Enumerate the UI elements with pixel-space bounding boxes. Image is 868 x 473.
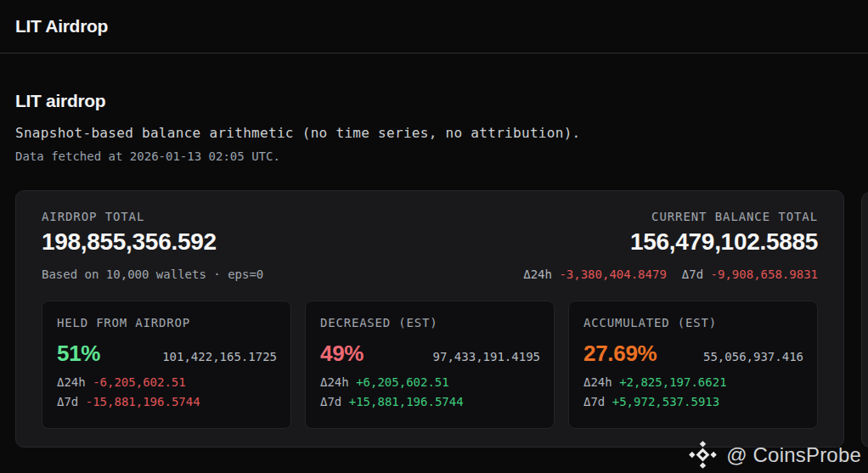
current-balance-label: CURRENT BALANCE TOTAL [523,210,818,223]
decreased-delta-24h: Δ24h +6,205,602.51 [320,375,540,389]
current-balance-deltas: Δ24h -3,380,404.8479Δ7d -9,908,658.9831 [523,267,818,281]
delta-7d-label: Δ7d [583,395,605,408]
data-fetched-timestamp: Data fetched at 2026-01-13 02:05 UTC. [15,149,280,163]
current-balance-block: CURRENT BALANCE TOTAL 156,479,102.5885 Δ… [523,210,818,281]
credit-text: @ CoinsProbe [726,443,861,467]
watermark: @ CoinsProbe [687,439,861,470]
delta-7d-label: Δ7d [320,395,341,408]
delta-7d-value: -9,908,658.9831 [711,267,818,281]
airdrop-total-note: Based on 10,000 wallets · eps=0 [42,267,263,281]
delta-24h-label: Δ24h [57,375,86,389]
decreased-delta-7d: Δ7d +15,881,196.5744 [320,395,540,408]
current-balance-value: 156,479,102.5885 [523,229,818,255]
lit-airdrop-dashboard: LIT Airdrop LIT airdrop Snapshot-based b… [0,0,868,473]
airdrop-total-label: AIRDROP TOTAL [42,210,263,223]
held-amount: 101,422,165.1725 [162,350,277,363]
decreased-amount: 97,433,191.4195 [433,350,540,363]
delta-24h-value: +6,205,602.51 [356,375,449,389]
page-title: LIT Airdrop [15,16,108,37]
accumulated-percent: 27.69% [583,341,657,366]
accumulated-card: ACCUMULATED (EST) 27.69% 55,056,937.416 … [568,301,818,429]
held-from-airdrop-card: HELD FROM AIRDROP 51% 101,422,165.1725 Δ… [42,301,291,429]
held-delta-7d: Δ7d -15,881,196.5744 [57,395,277,408]
section-title: LIT airdrop [15,91,105,111]
airdrop-total-value: 198,855,356.592 [42,229,263,255]
decreased-percent: 49% [320,341,364,366]
delta-24h-value: -3,380,404.8479 [559,267,666,281]
held-delta-24h: Δ24h -6,205,602.51 [57,375,277,389]
airdrop-total-block: AIRDROP TOTAL 198,855,356.592 Based on 1… [42,210,263,281]
next-panel-sliver [861,192,868,448]
accumulated-delta-7d: Δ7d +5,972,537.5913 [583,395,803,408]
breakdown-cards-row: HELD FROM AIRDROP 51% 101,422,165.1725 Δ… [42,301,818,429]
delta-7d-value: +15,881,196.5744 [349,395,464,408]
delta-24h-label: Δ24h [523,267,552,281]
delta-7d-label: Δ7d [682,267,703,281]
accumulated-label: ACCUMULATED (EST) [583,316,803,329]
coinsprobe-diamond-logo-icon [687,439,719,470]
held-percent: 51% [57,341,100,366]
accumulated-amount: 55,056,937.416 [703,350,803,363]
delta-24h-label: Δ24h [583,375,612,389]
section-subtitle: Snapshot-based balance arithmetic (no ti… [15,125,581,141]
held-label: HELD FROM AIRDROP [57,316,277,329]
delta-24h-value: +2,825,197.6621 [619,375,726,389]
delta-7d-value: -15,881,196.5744 [86,395,200,408]
decreased-label: DECREASED (EST) [320,316,540,329]
delta-7d-label: Δ7d [57,395,78,408]
accumulated-delta-24h: Δ24h +2,825,197.6621 [583,375,803,389]
delta-24h-value: -6,205,602.51 [93,375,186,389]
decreased-card: DECREASED (EST) 49% 97,433,191.4195 Δ24h… [305,301,555,429]
delta-7d-value: +5,972,537.5913 [612,395,719,408]
app-header: LIT Airdrop [0,0,868,53]
summary-card: AIRDROP TOTAL 198,855,356.592 Based on 1… [15,190,844,448]
delta-24h-label: Δ24h [320,375,349,389]
